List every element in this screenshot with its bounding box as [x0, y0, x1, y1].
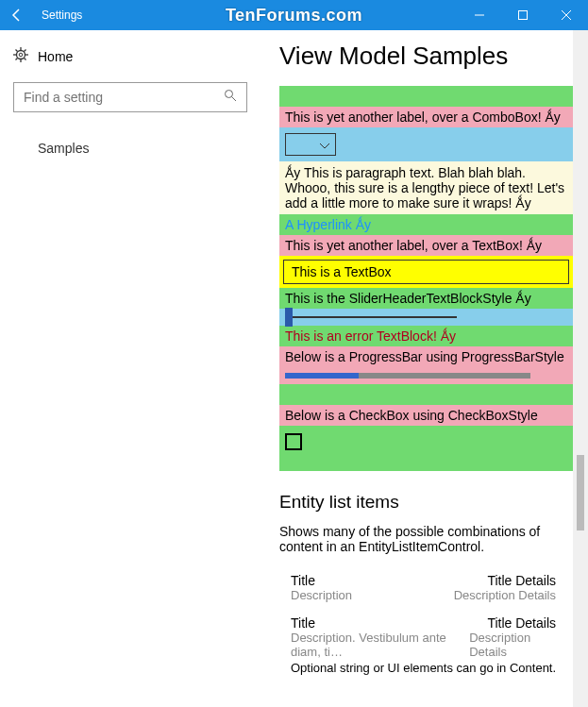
- textbox-wrap: This is a TextBox: [279, 256, 573, 288]
- progress-wrap: [279, 367, 573, 384]
- slider[interactable]: [285, 316, 457, 318]
- slider-thumb[interactable]: [285, 308, 293, 327]
- spacer: [279, 384, 573, 405]
- sample-area: This is yet another label, over a ComboB…: [279, 86, 573, 471]
- content: View Model Samples This is yet another l…: [262, 30, 573, 707]
- combo-label: This is yet another label, over a ComboB…: [279, 107, 573, 127]
- search-icon: [224, 89, 237, 106]
- svg-line-9: [25, 59, 26, 60]
- textbox[interactable]: This is a TextBox: [283, 260, 569, 284]
- entity-desc-details: Description Details: [454, 588, 556, 602]
- entity-title: Title: [291, 573, 315, 588]
- entity-list-item[interactable]: Title Title Details Description. Vestibu…: [291, 615, 556, 675]
- close-button[interactable]: [545, 0, 588, 30]
- watermark: TenForums.com: [226, 6, 362, 25]
- back-button[interactable]: [0, 0, 34, 30]
- hyperlink[interactable]: A Hyperlink Ǻy: [279, 214, 573, 235]
- checkbox-wrap: [279, 426, 573, 471]
- svg-line-13: [232, 97, 237, 102]
- entity-content: Optional string or UI elements can go in…: [291, 661, 556, 675]
- sidebar-item-samples[interactable]: Samples: [30, 137, 249, 160]
- gear-icon: [13, 47, 28, 65]
- minimize-button[interactable]: [458, 0, 501, 30]
- error-text: This is an error TextBlock! Ǻy: [279, 326, 573, 346]
- entity-heading: Entity list items: [279, 492, 573, 513]
- combo-row: [279, 127, 573, 161]
- paragraph-text: Ǻy This is paragraph text. Blah blah bla…: [279, 161, 573, 214]
- svg-line-8: [16, 50, 18, 52]
- svg-point-3: [19, 53, 23, 57]
- spacer: [279, 86, 573, 107]
- svg-point-12: [226, 91, 233, 98]
- entity-description: Shows many of the possible combinations …: [279, 524, 556, 554]
- slider-wrap: [279, 309, 573, 326]
- checkbox-label: Below is a CheckBox using CheckBoxStyle: [279, 405, 573, 426]
- entity-title-details: Title Details: [487, 573, 556, 588]
- sidebar: Home Samples: [0, 30, 262, 707]
- slider-label: This is the SliderHeaderTextBlockStyle Ǻ…: [279, 288, 573, 309]
- svg-line-10: [25, 50, 26, 52]
- home-nav[interactable]: Home: [13, 47, 249, 65]
- svg-line-11: [16, 59, 18, 60]
- home-label: Home: [38, 49, 73, 64]
- entity-desc: Description: [291, 588, 352, 602]
- entity-desc: Description. Vestibulum ante diam, ti…: [291, 631, 469, 659]
- progress-fill: [285, 373, 359, 379]
- window-controls: [458, 0, 588, 30]
- entity-title-details: Title Details: [487, 615, 556, 631]
- entity-desc-details: Description Details: [469, 631, 556, 659]
- progress-label: Below is a ProgressBar using ProgressBar…: [279, 346, 573, 367]
- maximize-button[interactable]: [501, 0, 545, 30]
- search-box[interactable]: [13, 82, 247, 112]
- chevron-down-icon: [320, 137, 329, 152]
- entity-title: Title: [291, 615, 315, 631]
- page-title: View Model Samples: [279, 42, 573, 71]
- scrollbar-thumb[interactable]: [577, 455, 584, 530]
- textbox-label: This is yet another label, over a TextBo…: [279, 235, 573, 256]
- combobox[interactable]: [285, 133, 336, 156]
- progressbar: [285, 373, 530, 379]
- scrollbar[interactable]: [573, 30, 588, 707]
- entity-list-item[interactable]: Title Title Details Description Descript…: [291, 573, 556, 602]
- app-title: Settings: [42, 8, 82, 22]
- svg-rect-1: [519, 11, 528, 20]
- search-input[interactable]: [24, 90, 224, 105]
- title-bar: Settings TenForums.com: [0, 0, 588, 30]
- svg-point-2: [17, 51, 25, 59]
- checkbox[interactable]: [285, 433, 302, 450]
